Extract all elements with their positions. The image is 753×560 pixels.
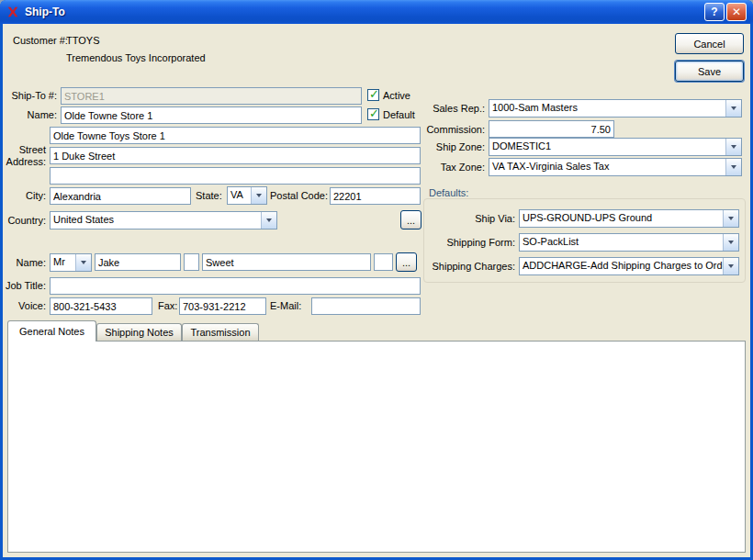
customer-number-value: TTOYS [66, 35, 99, 47]
shipping-form-combo-value: SO-PackList [520, 234, 723, 251]
city-label: City: [2, 190, 46, 202]
address-line1-field[interactable] [50, 127, 421, 144]
general-notes-textarea[interactable] [8, 342, 745, 552]
state-combo-arrow-icon [251, 187, 266, 204]
titlebar: Ship-To ? ✕ [0, 0, 753, 24]
email-label: E-Mail: [270, 300, 301, 312]
tax-zone-combo-value: VA TAX-Virginia Sales Tax [489, 159, 725, 175]
shipping-charges-combo-value: ADDCHARGE-Add Shipping Charges to Order [520, 258, 723, 274]
fax-label: Fax: [158, 300, 177, 312]
ship-zone-combo[interactable]: DOMESTIC1 [489, 138, 742, 156]
app-icon [6, 5, 20, 19]
ship-via-combo-arrow-icon [723, 210, 738, 227]
honorific-combo-arrow-icon [75, 254, 91, 271]
ship-via-label: Ship Via: [427, 213, 515, 225]
contact-name-label: Name: [2, 257, 46, 269]
shipto-number-label: Ship-To #: [4, 90, 57, 102]
save-button[interactable]: Save [675, 61, 744, 82]
job-title-label: Job Title: [2, 280, 46, 292]
state-label: State: [196, 190, 222, 202]
ship-zone-combo-value: DOMESTIC1 [489, 139, 725, 155]
last-name-field[interactable] [202, 253, 371, 271]
address-line3-field[interactable] [50, 167, 421, 185]
street-address-label: Street Address: [2, 144, 46, 168]
shipto-name-label: Name: [4, 109, 57, 121]
sales-rep-label: Sales Rep.: [376, 103, 485, 115]
middle-initial-field[interactable] [184, 253, 199, 271]
shipping-charges-label: Shipping Charges: [427, 261, 515, 273]
commission-label: Commission: [376, 124, 485, 136]
state-combo[interactable]: VA [227, 186, 267, 205]
contact-browse-button[interactable]: ... [396, 252, 417, 272]
shipping-charges-combo-arrow-icon [723, 258, 738, 274]
tax-zone-combo[interactable]: VA TAX-Virginia Sales Tax [489, 158, 742, 176]
first-name-field[interactable] [95, 253, 181, 271]
ship-to-window: Ship-To ? ✕ Customer #: TTOYS Tremendous… [0, 0, 753, 560]
tax-zone-label: Tax Zone: [376, 162, 485, 174]
shipping-charges-combo[interactable]: ADDCHARGE-Add Shipping Charges to Order [519, 257, 739, 275]
address-line2-field[interactable] [50, 147, 421, 164]
ship-via-combo-value: UPS-GROUND-UPS Ground [520, 210, 723, 227]
email-field[interactable] [311, 297, 421, 315]
country-browse-button[interactable]: ... [400, 210, 421, 230]
voice-field[interactable] [50, 297, 152, 315]
shipping-form-label: Shipping Form: [427, 237, 515, 249]
honorific-combo[interactable]: Mr [50, 253, 92, 272]
state-combo-value: VA [228, 187, 251, 204]
notes-panel [7, 341, 746, 553]
country-combo-value: United States [51, 212, 261, 229]
shipping-form-combo[interactable]: SO-PackList [519, 233, 739, 252]
fax-field[interactable] [179, 297, 266, 315]
cancel-button[interactable]: Cancel [675, 33, 744, 54]
ship-via-combo[interactable]: UPS-GROUND-UPS Ground [519, 209, 739, 228]
postal-code-field[interactable] [330, 187, 421, 205]
honorific-combo-value: Mr [51, 254, 75, 271]
commission-field[interactable] [489, 120, 614, 138]
postal-code-label: Postal Code: [270, 190, 328, 202]
shipto-number-field [61, 87, 362, 105]
sales-rep-combo-arrow-icon [725, 100, 741, 117]
sales-rep-combo[interactable]: 1000-Sam Masters [489, 99, 742, 118]
ship-zone-label: Ship Zone: [376, 141, 485, 153]
active-checkbox[interactable] [367, 89, 379, 101]
country-combo-arrow-icon [261, 212, 276, 229]
shipto-name-field[interactable] [61, 106, 362, 124]
customer-name-value: Tremendous Toys Incorporated [66, 52, 206, 64]
active-checkbox-label: Active [383, 90, 410, 102]
help-button[interactable]: ? [704, 3, 725, 21]
tab-transmission[interactable]: Transmission [182, 323, 259, 341]
shipping-form-combo-arrow-icon [723, 234, 738, 251]
job-title-field[interactable] [50, 277, 421, 295]
sales-rep-combo-value: 1000-Sam Masters [489, 100, 725, 117]
country-combo[interactable]: United States [50, 211, 277, 230]
customer-number-label: Customer #: [13, 35, 68, 47]
tab-general-notes[interactable]: General Notes [7, 320, 96, 342]
country-label: Country: [2, 215, 46, 227]
close-button[interactable]: ✕ [726, 3, 747, 21]
tab-shipping-notes[interactable]: Shipping Notes [96, 323, 182, 341]
suffix-field[interactable] [374, 253, 393, 271]
city-field[interactable] [50, 187, 191, 205]
tax-zone-combo-arrow-icon [725, 159, 741, 175]
window-title: Ship-To [25, 6, 65, 18]
ship-zone-combo-arrow-icon [725, 139, 741, 155]
voice-label: Voice: [2, 300, 46, 312]
